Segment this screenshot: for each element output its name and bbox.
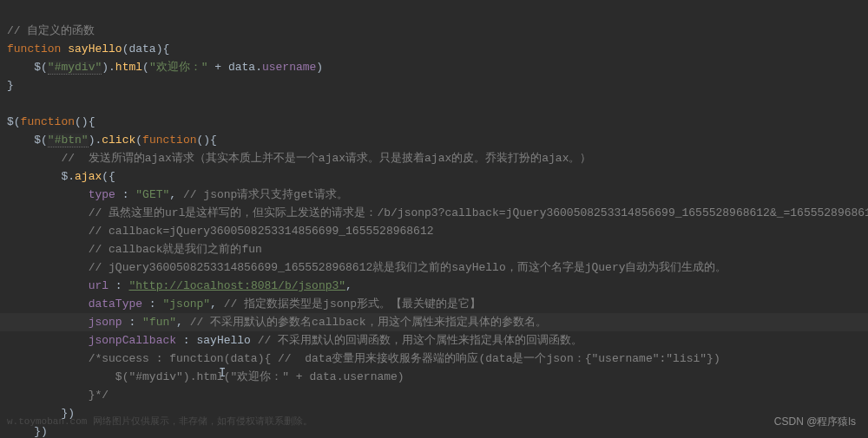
comment-line: // callback=jQuery3600508253314856699_16… — [89, 225, 434, 238]
comment-line: // 虽然这里的url是这样写的，但实际上发送的请求是：/b/jsonp3?ca… — [89, 206, 868, 219]
comment-line: // 自定义的函数 — [7, 24, 95, 37]
string-literal: "欢迎你：" — [149, 61, 208, 74]
comment-line: // 发送所谓的ajax请求（其实本质上并不是一个ajax请求。只是披着ajax… — [61, 152, 591, 165]
function-name: sayHello — [68, 42, 122, 56]
method-html: html — [115, 61, 142, 74]
code-editor[interactable]: // 自定义的函数 function sayHello(data){ $("#m… — [0, 0, 868, 438]
comment-block: /*success : function(data){ // data变量用来接… — [89, 352, 720, 365]
url-string: "http://localhost:8081/b/jsonp3" — [128, 279, 345, 292]
prop-dataType: dataType — [89, 297, 142, 311]
prop-type: type — [89, 188, 115, 201]
watermark-label: CSDN @程序猿ls — [774, 413, 856, 431]
selector-string: "#mydiv" — [48, 61, 102, 75]
comment-line: // jQuery3600508253314856699_16555289686… — [89, 261, 727, 274]
method-ajax: ajax — [75, 170, 102, 183]
comment-block: $("#mydiv").html("欢迎你：" + data.username) — [89, 370, 404, 383]
method-click: click — [102, 134, 135, 147]
keyword-function: function — [7, 42, 61, 56]
selector-string: "#btn" — [48, 134, 89, 147]
callback-ref: sayHello — [196, 334, 250, 347]
property: username — [262, 61, 316, 74]
prop-jsonp: jsonp — [89, 316, 122, 329]
prop-jsonpCallback: jsonpCallback — [89, 334, 176, 347]
jquery-dollar: $( — [34, 61, 48, 74]
param: data — [128, 42, 155, 56]
comment-line: // callback就是我们之前的fun — [89, 243, 262, 256]
prop-url: url — [89, 279, 108, 292]
punct: ){ — [156, 42, 170, 56]
comment-block: }*/ — [89, 389, 108, 402]
